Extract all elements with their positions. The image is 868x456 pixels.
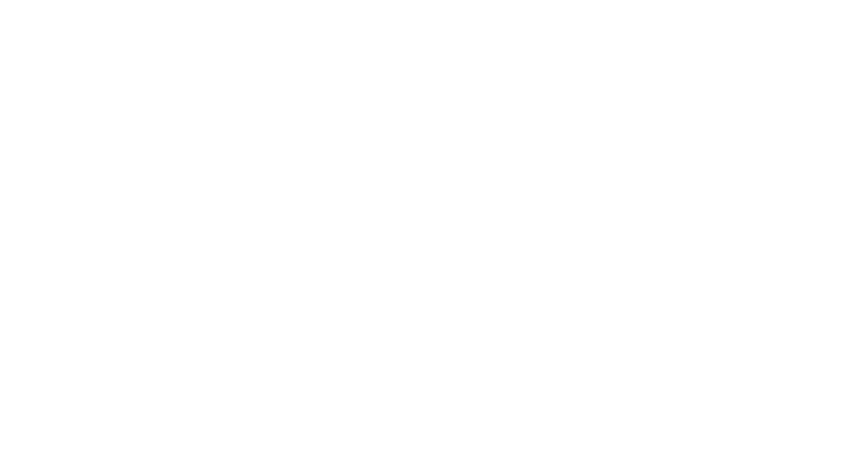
edges-layer — [0, 0, 868, 456]
tree-canvas — [0, 0, 868, 456]
